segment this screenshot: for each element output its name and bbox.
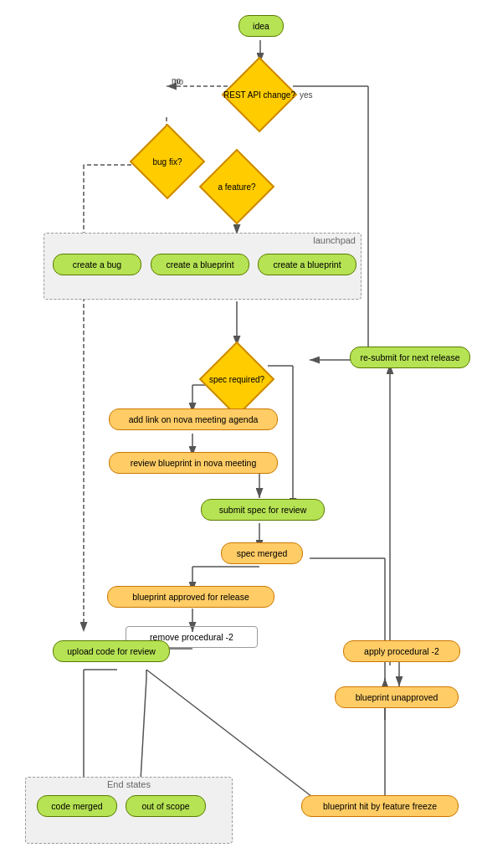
create-bug-node: create a bug bbox=[53, 254, 141, 275]
yes-label: yes bbox=[300, 90, 313, 100]
bug-fix-node: bug fix? bbox=[130, 124, 205, 199]
no-label2: no bbox=[172, 76, 181, 85]
blueprint-approved-node: blueprint approved for release bbox=[107, 586, 274, 608]
idea-node: idea bbox=[238, 15, 284, 37]
a-feature-node: a feature? bbox=[199, 149, 274, 224]
resubmit-node: re-submit for next release bbox=[350, 347, 470, 368]
launchpad-label: launchpad bbox=[313, 235, 356, 245]
code-merged-node: code merged bbox=[37, 795, 117, 817]
end-states-label: End states bbox=[107, 779, 151, 789]
out-of-scope-node: out of scope bbox=[126, 795, 206, 817]
apply-procedural-node: apply procedural -2 bbox=[343, 640, 460, 662]
blueprint-unapproved-node: blueprint unapproved bbox=[335, 686, 459, 708]
spec-merged-node: spec merged bbox=[221, 542, 303, 564]
add-link-node: add link on nova meeting agenda bbox=[109, 408, 278, 430]
blueprint-hit-node: blueprint hit by feature freeze bbox=[301, 795, 459, 817]
flowchart: no no yes idea REST API change? bug fix?… bbox=[0, 0, 482, 868]
rest-api-node: REST API change? bbox=[222, 57, 297, 132]
review-blueprint-node: review blueprint in nova meeting bbox=[109, 452, 278, 474]
submit-spec-node: submit spec for review bbox=[201, 499, 325, 521]
spec-required-node: spec required? bbox=[199, 342, 274, 417]
upload-code-node: upload code for review bbox=[53, 640, 170, 662]
create-blueprint2-node: create a blueprint bbox=[258, 254, 356, 275]
create-blueprint1-node: create a blueprint bbox=[151, 254, 249, 275]
